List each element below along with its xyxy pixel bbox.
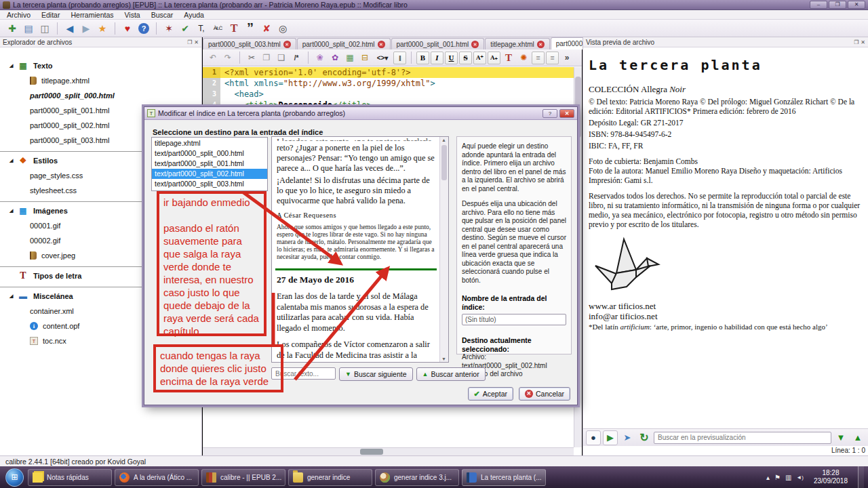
- editor-hscrollbar[interactable]: [203, 447, 574, 455]
- hidden-icons-chevron[interactable]: ▴: [766, 474, 770, 481]
- undo-icon[interactable]: ↶: [206, 51, 220, 64]
- spellcheck-icon[interactable]: ✔: [178, 21, 193, 36]
- search-prev-icon[interactable]: ▲: [850, 430, 865, 445]
- taskbar-button-notas[interactable]: Notas rápidas: [28, 469, 112, 486]
- new-file-icon[interactable]: ✚: [5, 21, 20, 36]
- network-icon[interactable]: ▥: [785, 474, 791, 481]
- taskbar-button-paint[interactable]: generar indice 3.j...: [375, 469, 459, 486]
- file-titlepage[interactable]: titlepage.xhtml: [0, 75, 201, 87]
- expand-icon[interactable]: ◢: [9, 158, 18, 163]
- dialog-help-button[interactable]: ?: [542, 109, 557, 118]
- save-icon[interactable]: ▤: [21, 21, 36, 36]
- donate-icon[interactable]: ♥: [120, 21, 135, 36]
- check-book-icon[interactable]: ✶: [161, 21, 176, 36]
- menu-ayuda[interactable]: Ayuda: [184, 11, 204, 19]
- subscript-icon[interactable]: A₊: [488, 52, 500, 64]
- search-book-icon[interactable]: ◎: [275, 21, 290, 36]
- help-icon[interactable]: ?: [138, 23, 149, 34]
- wizard-icon[interactable]: ★: [95, 21, 110, 36]
- list-item[interactable]: titlepage.xhtml: [152, 138, 267, 148]
- find-next-button[interactable]: ▼Buscar siguiente: [339, 367, 413, 381]
- detach-icon[interactable]: ➤: [620, 430, 635, 445]
- taskbar-button-editor[interactable]: La tercera planta (...: [462, 469, 546, 486]
- expand-icon[interactable]: ◢: [9, 63, 18, 68]
- taskbar-button-firefox[interactable]: A la deriva (Ático ...: [115, 469, 199, 486]
- align-left-icon[interactable]: ≡: [532, 52, 545, 64]
- taskbar-button-folder[interactable]: generar indice: [288, 469, 372, 486]
- dialog-close-button[interactable]: ✕: [559, 109, 574, 118]
- destination-file-list[interactable]: titlepage.xhtml text/part0000_split_000.…: [151, 137, 268, 191]
- volume-icon[interactable]: ◄): [796, 474, 804, 481]
- remove-unused-icon[interactable]: ✘: [259, 21, 274, 36]
- cancel-button[interactable]: ✕Cancelar: [519, 387, 570, 401]
- insert-image-icon[interactable]: ▦: [343, 51, 357, 64]
- scrollbar-thumb[interactable]: [360, 449, 383, 455]
- menu-herramientas[interactable]: Herramientas: [71, 11, 113, 19]
- maximize-button[interactable]: ❐: [829, 1, 846, 9]
- align-justify-icon[interactable]: ≡: [546, 52, 559, 64]
- start-button[interactable]: ⊞: [5, 468, 24, 487]
- preview-search-input[interactable]: [654, 432, 831, 444]
- find-prev-button[interactable]: ▲Buscar anterior: [416, 367, 486, 381]
- tab-split-003[interactable]: part0000_split_003.html✕: [203, 38, 296, 49]
- insert-flower-icon[interactable]: ✿: [328, 51, 342, 64]
- section-texto[interactable]: ◢ ▦ Texto: [0, 60, 201, 72]
- expand-icon[interactable]: ◢: [9, 293, 18, 299]
- list-item-selected[interactable]: text/part0000_split_002.html: [152, 169, 267, 179]
- entry-name-input[interactable]: [462, 314, 566, 325]
- clock[interactable]: 18:28 23/09/2018: [808, 469, 853, 485]
- file-split-000[interactable]: part0000_split_000.html: [0, 89, 201, 102]
- comment-icon[interactable]: /*: [290, 51, 303, 64]
- menu-vista[interactable]: Vista: [124, 11, 140, 19]
- fix-text-icon[interactable]: T,: [194, 21, 209, 36]
- transliterate-icon[interactable]: ÀŁĊ: [210, 21, 225, 36]
- split-here-icon[interactable]: ⊟: [358, 51, 372, 64]
- back-icon[interactable]: ◀: [62, 21, 77, 36]
- beautify-icon[interactable]: T: [226, 21, 241, 36]
- more-icon[interactable]: »: [560, 51, 574, 64]
- list-item[interactable]: text/part0000_split_003.html: [152, 179, 267, 189]
- menu-editar[interactable]: Editar: [41, 11, 60, 19]
- close-button[interactable]: ✕: [848, 1, 865, 9]
- forward-icon[interactable]: ▶: [79, 21, 94, 36]
- italic-icon[interactable]: I: [431, 52, 443, 64]
- minimize-button[interactable]: –: [810, 1, 827, 9]
- taskbar-button-calibre[interactable]: calibre - || EPUB 2...: [201, 469, 285, 486]
- paste-icon[interactable]: ❑: [275, 51, 288, 64]
- action-center-flag-icon[interactable]: ⚑: [774, 474, 781, 481]
- preview-scrollbar[interactable]: ▲ ▼: [439, 137, 448, 362]
- list-item[interactable]: text/part0000_split_001.html: [152, 159, 267, 169]
- panel-float-icon[interactable]: ❐: [854, 39, 859, 45]
- accept-button[interactable]: ✔Aceptar: [468, 387, 513, 401]
- destination-preview[interactable]: Llegados a este punto, ¿no te apetece ch…: [271, 136, 449, 363]
- cut-icon[interactable]: ✂: [245, 51, 258, 64]
- menu-archivo[interactable]: Archivo: [7, 11, 31, 19]
- tab-close-icon[interactable]: ✕: [283, 41, 291, 48]
- style-text-icon[interactable]: T: [502, 51, 515, 64]
- panel-float-icon[interactable]: ❐: [187, 39, 192, 45]
- menu-buscar[interactable]: Buscar: [151, 11, 174, 19]
- open-in-browser-icon[interactable]: ●: [586, 430, 601, 445]
- code-block-icon[interactable]: <>▾: [373, 51, 392, 64]
- redo-icon[interactable]: ↷: [221, 51, 235, 64]
- split-file-icon[interactable]: ◫: [37, 21, 52, 36]
- tab-close-icon[interactable]: ✕: [471, 41, 479, 48]
- list-item[interactable]: text/part0000_split_000.html: [152, 148, 267, 159]
- tab-close-icon[interactable]: ✕: [537, 41, 545, 48]
- columns-icon[interactable]: |||: [393, 52, 406, 64]
- tab-split-001[interactable]: part0000_split_001.html✕: [391, 38, 485, 49]
- expand-icon[interactable]: ◢: [9, 208, 18, 214]
- strike-icon[interactable]: S: [459, 52, 472, 64]
- search-next-icon[interactable]: ▼: [833, 430, 848, 445]
- tab-split-002[interactable]: part0000_split_002.html✕: [297, 38, 391, 49]
- special-char-icon[interactable]: ❀: [313, 51, 327, 64]
- web-link[interactable]: www.ar tificios.net: [589, 301, 864, 311]
- color-wheel-icon[interactable]: ✺: [517, 51, 530, 64]
- tab-close-icon[interactable]: ✕: [378, 41, 385, 48]
- panel-close-icon[interactable]: ✕: [861, 39, 865, 45]
- superscript-icon[interactable]: A⁺: [473, 52, 486, 64]
- panel-close-icon[interactable]: ✕: [194, 39, 199, 45]
- refresh-icon[interactable]: ↻: [637, 430, 652, 445]
- bold-icon[interactable]: B: [416, 52, 429, 64]
- run-preview-icon[interactable]: ▶: [603, 430, 618, 445]
